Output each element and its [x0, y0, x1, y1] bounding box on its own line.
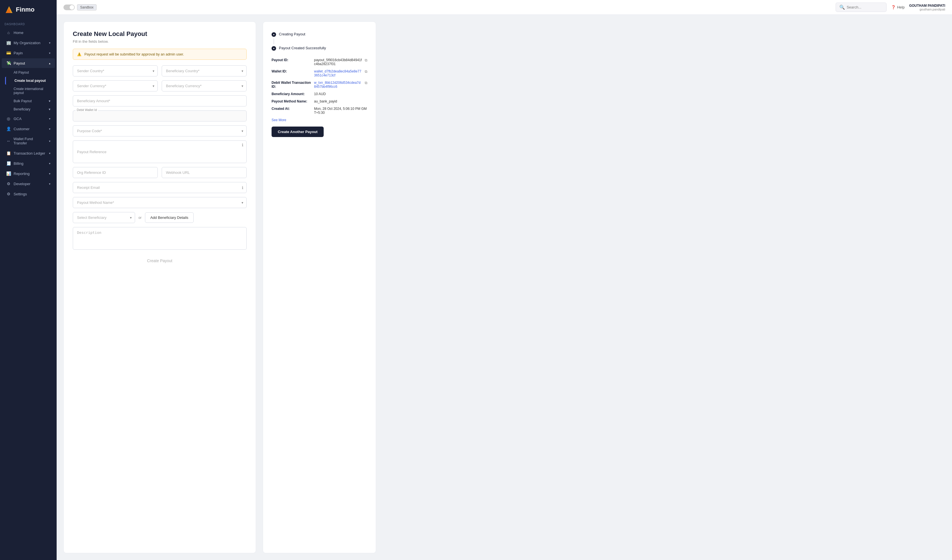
sidebar-item-beneficiary[interactable]: Beneficiary ▾: [5, 105, 55, 113]
sidebar-item-transaction-ledger[interactable]: 📋 Transaction Ledger ▾: [2, 148, 55, 158]
receipt-email-input[interactable]: [73, 182, 247, 193]
payout-method-field[interactable]: Payout Method Name*: [73, 197, 247, 208]
success-panel: ● Creating Payout ● Payout Created Succe…: [263, 22, 376, 553]
see-more-link[interactable]: See More: [272, 118, 367, 122]
debit-wallet-txn-row: Debit Wallet Transaction ID: w_txn_8bb12…: [272, 81, 367, 89]
org-reference-input[interactable]: [73, 167, 158, 178]
description-textarea[interactable]: [73, 227, 247, 250]
payout-method-row: Payout Method Name*: [73, 197, 247, 208]
copy-wallet-id-icon[interactable]: ⧉: [365, 69, 367, 74]
developer-icon: ⚙: [6, 182, 11, 186]
select-beneficiary-select[interactable]: Select Beneficiary: [73, 212, 135, 223]
created-at-row: Created At: Mon, 28 Oct 2024, 5:06:10 PM…: [272, 107, 367, 115]
sandbox-badge[interactable]: Sandbox: [77, 4, 97, 11]
step-1: ● Creating Payout: [272, 30, 367, 39]
sidebar-item-payout[interactable]: 💸 Payout ▴: [2, 58, 55, 68]
chevron-down-icon: ▾: [49, 107, 50, 111]
help-label: Help: [897, 5, 905, 9]
payout-id-row: Payout ID: payout_5f9016cb43b84d84941fc4…: [272, 58, 367, 66]
select-beneficiary-field[interactable]: Select Beneficiary: [73, 212, 135, 223]
copy-txn-id-icon[interactable]: ⧉: [365, 81, 367, 85]
sidebar-item-create-intl-payout[interactable]: Create international payout: [5, 85, 55, 97]
beneficiary-country-field[interactable]: Beneficiary Country*: [162, 65, 247, 76]
beneficiary-currency-field[interactable]: Beneficiary Currency*: [162, 80, 247, 91]
description-field[interactable]: [73, 227, 247, 251]
purpose-code-select[interactable]: Purpose Code*: [73, 125, 247, 136]
sandbox-toggle-switch[interactable]: [63, 5, 75, 10]
sidebar-item-gca[interactable]: ◎ GCA ▾: [2, 114, 55, 123]
description-row: [73, 227, 247, 251]
beneficiary-country-select[interactable]: Beneficiary Country*: [162, 65, 247, 76]
debit-wallet-field[interactable]: wallet_d7fb2dea8ec84a5e8e773651c4e713cf …: [73, 110, 247, 122]
copy-payout-id-icon[interactable]: ⧉: [365, 58, 367, 63]
chevron-down-icon: ▾: [49, 51, 50, 55]
payout-id-label: Payout ID:: [272, 58, 311, 62]
webhook-url-input[interactable]: [162, 167, 247, 178]
sidebar-item-reporting[interactable]: 📊 Reporting ▾: [2, 169, 55, 178]
sidebar-item-settings-label: Settings: [14, 192, 27, 196]
info-icon: ℹ: [242, 143, 243, 147]
purpose-code-field[interactable]: Purpose Code*: [73, 125, 247, 136]
sender-country-select[interactable]: Sender Country*: [73, 65, 158, 76]
sidebar-item-my-organization[interactable]: 🏢 My Organization ▾: [2, 38, 55, 48]
payout-method-select[interactable]: Payout Method Name*: [73, 197, 247, 208]
sidebar-item-bulk-payout[interactable]: Bulk Payout ▾: [5, 97, 55, 105]
sidebar-item-create-local-payout[interactable]: Create local payout: [5, 77, 55, 85]
sender-country-field[interactable]: Sender Country*: [73, 65, 158, 76]
created-at-value: Mon, 28 Oct 2024, 5:06:10 PM GMT+5:30: [314, 107, 367, 115]
sandbox-toggle-area[interactable]: Sandbox: [63, 4, 97, 11]
beneficiary-amount-field[interactable]: [73, 96, 247, 106]
beneficiary-currency-select[interactable]: Beneficiary Currency*: [162, 80, 247, 91]
chevron-down-icon: ▾: [49, 172, 50, 175]
sidebar-item-billing[interactable]: 🧾 Billing ▾: [2, 159, 55, 168]
sidebar-item-settings[interactable]: ⚙ Settings: [2, 189, 55, 199]
toggle-knob: [70, 5, 74, 9]
sidebar-item-wallet-fund-transfer[interactable]: ↔ Wallet Fund Transfer ▾: [2, 134, 55, 148]
form-title: Create New Local Payout: [73, 30, 247, 38]
gca-icon: ◎: [6, 116, 11, 121]
payout-reference-input[interactable]: [73, 140, 247, 163]
sidebar-item-developer[interactable]: ⚙ Developer ▾: [2, 179, 55, 188]
sidebar-item-payin[interactable]: 💳 Payin ▾: [2, 48, 55, 58]
sender-currency-select[interactable]: Sender Currency*: [73, 80, 158, 91]
receipt-email-field[interactable]: ℹ: [73, 182, 247, 193]
sidebar-item-customer-label: Customer: [14, 127, 29, 131]
create-another-payout-button[interactable]: Create Another Payout: [272, 127, 324, 137]
chevron-down-icon: ▾: [49, 41, 50, 45]
user-name: GOUTHAM PANDIPATI: [909, 4, 945, 8]
sidebar-item-ledger-label: Transaction Ledger: [14, 151, 45, 156]
home-icon: ⌂: [6, 30, 11, 35]
step-1-dot: ●: [272, 32, 276, 37]
payout-reference-field[interactable]: ℹ: [73, 140, 247, 163]
create-payout-button[interactable]: Create Payout: [73, 255, 247, 267]
sidebar-item-all-payout[interactable]: All Payout: [5, 68, 55, 76]
search-icon: 🔍: [839, 5, 845, 10]
info-icon: ℹ: [242, 185, 243, 190]
warning-alert: ⚠️ Payout request will be submitted for …: [73, 49, 247, 60]
wallet-id-value[interactable]: wallet_d7fb2dea8ec84a5e8e773651c4e713cf: [314, 69, 362, 77]
search-input[interactable]: [847, 5, 881, 9]
debit-wallet-txn-value[interactable]: w_txn_8bb12d206d534cdea7d8457bb4f96cc6: [314, 81, 362, 89]
sidebar-item-wft-label: Wallet Fund Transfer: [13, 137, 46, 145]
sidebar-item-reporting-label: Reporting: [14, 171, 29, 176]
webhook-url-field[interactable]: [162, 167, 247, 178]
sidebar-item-home[interactable]: ⌂ Home: [2, 28, 55, 37]
beneficiary-amount-result-row: Beneficiary Amount: 10 AUD: [272, 92, 367, 96]
reporting-icon: 📊: [6, 171, 11, 176]
beneficiary-amount-input[interactable]: [73, 96, 247, 106]
sidebar-item-home-label: Home: [14, 31, 23, 35]
help-button[interactable]: ❓ Help: [891, 5, 905, 9]
or-text: or: [139, 216, 142, 220]
beneficiary-amount-result-label: Beneficiary Amount:: [272, 92, 311, 96]
add-beneficiary-button[interactable]: Add Beneficiary Details: [145, 212, 194, 223]
form-subtitle: Fill in the fields below.: [73, 39, 247, 43]
user-profile[interactable]: GOUTHAM PANDIPATI goutham.pandipati: [909, 4, 945, 11]
org-reference-field[interactable]: [73, 167, 158, 178]
wallet-id-label: Wallet ID:: [272, 69, 311, 73]
debit-wallet-input[interactable]: wallet_d7fb2dea8ec84a5e8e773651c4e713cf: [73, 110, 247, 122]
sidebar-item-customer[interactable]: 👤 Customer ▾: [2, 124, 55, 134]
sender-currency-field[interactable]: Sender Currency*: [73, 80, 158, 91]
chevron-down-icon: ▾: [49, 99, 50, 103]
beneficiary-label: Beneficiary: [14, 107, 30, 111]
search-box[interactable]: 🔍: [836, 3, 887, 12]
